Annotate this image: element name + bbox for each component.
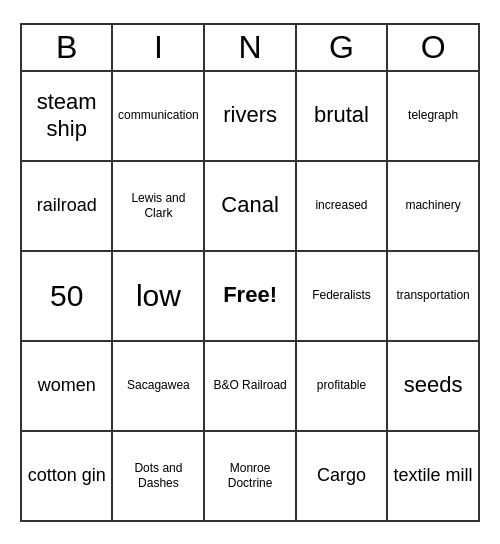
cell-text: Canal <box>209 192 290 218</box>
bingo-header-letter: G <box>296 24 387 71</box>
bingo-card: BINGO steam shipcommunicationriversbruta… <box>20 23 480 522</box>
bingo-cell-r1-c1: Lewis and Clark <box>112 161 204 251</box>
bingo-cell-r2-c0: 50 <box>21 251 112 341</box>
bingo-cell-r2-c4: transportation <box>387 251 479 341</box>
bingo-cell-r1-c4: machinery <box>387 161 479 251</box>
cell-text: seeds <box>392 372 474 398</box>
cell-text: Federalists <box>301 288 382 302</box>
cell-text: increased <box>301 198 382 212</box>
cell-text: Monroe Doctrine <box>209 461 290 490</box>
bingo-cell-r3-c3: profitable <box>296 341 387 431</box>
bingo-header-letter: O <box>387 24 479 71</box>
bingo-cell-r2-c3: Federalists <box>296 251 387 341</box>
bingo-cell-r2-c2: Free! <box>204 251 295 341</box>
bingo-cell-r1-c0: railroad <box>21 161 112 251</box>
bingo-cell-r4-c2: Monroe Doctrine <box>204 431 295 521</box>
cell-text: low <box>117 278 199 314</box>
bingo-cell-r4-c0: cotton gin <box>21 431 112 521</box>
bingo-cell-r4-c1: Dots and Dashes <box>112 431 204 521</box>
cell-text: railroad <box>26 195 107 217</box>
cell-text: textile mill <box>392 465 474 487</box>
cell-text: profitable <box>301 378 382 392</box>
cell-text: transportation <box>392 288 474 302</box>
cell-text: Sacagawea <box>117 378 199 392</box>
bingo-cell-r4-c3: Cargo <box>296 431 387 521</box>
bingo-cell-r3-c1: Sacagawea <box>112 341 204 431</box>
cell-text: B&O Railroad <box>209 378 290 392</box>
cell-text: Free! <box>209 282 290 308</box>
bingo-header-letter: I <box>112 24 204 71</box>
cell-text: Dots and Dashes <box>117 461 199 490</box>
bingo-cell-r2-c1: low <box>112 251 204 341</box>
cell-text: machinery <box>392 198 474 212</box>
cell-text: brutal <box>301 102 382 128</box>
cell-text: cotton gin <box>26 465 107 487</box>
cell-text: women <box>26 375 107 397</box>
bingo-cell-r0-c0: steam ship <box>21 71 112 161</box>
bingo-cell-r0-c4: telegraph <box>387 71 479 161</box>
bingo-cell-r1-c3: increased <box>296 161 387 251</box>
bingo-cell-r1-c2: Canal <box>204 161 295 251</box>
cell-text: telegraph <box>392 108 474 122</box>
cell-text: communication <box>117 108 199 122</box>
bingo-cell-r0-c3: brutal <box>296 71 387 161</box>
cell-text: steam ship <box>26 89 107 142</box>
bingo-cell-r3-c0: women <box>21 341 112 431</box>
bingo-cell-r0-c2: rivers <box>204 71 295 161</box>
bingo-cell-r3-c4: seeds <box>387 341 479 431</box>
bingo-header-letter: B <box>21 24 112 71</box>
cell-text: 50 <box>26 278 107 314</box>
bingo-cell-r0-c1: communication <box>112 71 204 161</box>
bingo-cell-r4-c4: textile mill <box>387 431 479 521</box>
cell-text: Lewis and Clark <box>117 191 199 220</box>
cell-text: rivers <box>209 102 290 128</box>
bingo-header-letter: N <box>204 24 295 71</box>
bingo-cell-r3-c2: B&O Railroad <box>204 341 295 431</box>
cell-text: Cargo <box>301 465 382 487</box>
